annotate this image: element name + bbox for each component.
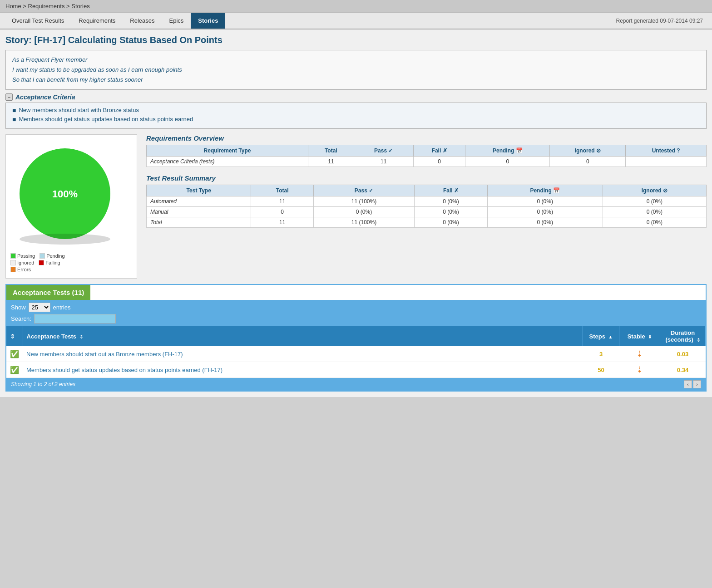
footer-nav: ‹ › — [684, 380, 701, 388]
at-col-tests[interactable]: Acceptance Tests ⇕ — [23, 326, 583, 346]
acceptance-criteria-label: Acceptance Criteria — [15, 93, 75, 101]
acceptance-tests-header: Acceptance Tests (11) — [6, 285, 706, 300]
req-row-1-pending: 0 — [465, 157, 550, 167]
trs-row-total-ignored: 0 (0%) — [603, 217, 706, 228]
nav-items: Overall Test Results Requirements Releas… — [5, 13, 225, 29]
pie-label: 100% — [52, 188, 78, 200]
table-footer: Showing 1 to 2 of 2 entries ‹ › — [6, 378, 706, 391]
trs-col-type: Test Type — [147, 185, 251, 196]
sort-arrows-tests: ⇕ — [79, 334, 83, 339]
trs-col-pass: Pass ✓ — [313, 185, 414, 196]
at-row-1-steps: 3 — [583, 346, 619, 362]
overview-container: 100% Passing Pending Ignored — [5, 134, 707, 279]
at-row-2: ✅ Members should get status updates base… — [6, 362, 706, 378]
trs-row-total: Total 11 11 (100%) 0 (0%) 0 (0%) 0 (0%) — [147, 217, 707, 228]
nav-requirements[interactable]: Requirements — [71, 13, 123, 29]
at-row-1-duration: 0.03 — [660, 346, 706, 362]
req-row-1-type: Acceptance Criteria (tests) — [147, 157, 308, 167]
toggle-button[interactable]: − — [5, 93, 13, 101]
trs-row-manual-pending: 0 (0%) — [487, 207, 603, 217]
show-row: Show 25 10 50 100 entries — [11, 303, 701, 312]
story-desc-line-1: As a Frequent Flyer member — [12, 55, 700, 65]
nav-overall-test-results[interactable]: Overall Test Results — [5, 13, 71, 29]
trs-row-manual-type: Manual — [147, 207, 251, 217]
at-col-sort[interactable]: ⇕ — [6, 326, 23, 346]
trs-row-automated-pass: 11 (100%) — [313, 196, 414, 207]
bullet-icon-1: ■ — [12, 107, 16, 114]
pie-chart: 100% — [10, 139, 119, 248]
tables-container: Requirements Overview Requirement Type T… — [146, 134, 707, 279]
at-col-steps[interactable]: Steps ▲ — [583, 326, 619, 346]
nav-epics[interactable]: Epics — [162, 13, 191, 29]
trs-row-total-total: 11 — [251, 217, 314, 228]
trs-row-total-pass: 11 (100%) — [313, 217, 414, 228]
trs-row-total-pending: 0 (0%) — [487, 217, 603, 228]
req-col-pass: Pass ✓ — [354, 145, 413, 157]
legend-row-3: Errors — [10, 267, 132, 272]
req-col-type: Requirement Type — [147, 145, 308, 157]
trs-row-total-fail: 0 (0%) — [415, 217, 488, 228]
req-col-fail: Fail ✗ — [413, 145, 465, 157]
legend-row-2: Ignored Failing — [10, 260, 132, 265]
breadcrumb: Home > Requirements > Stories — [0, 0, 712, 13]
report-generated: Report generated 09-07-2014 09:27 — [616, 13, 707, 29]
trs-row-total-type: Total — [147, 217, 251, 228]
acceptance-criteria-toggle: − Acceptance Criteria — [5, 93, 707, 101]
pie-chart-container: 100% Passing Pending Ignored — [5, 134, 137, 279]
show-entries-select[interactable]: 25 10 50 100 — [29, 303, 50, 312]
trs-row-automated: Automated 11 11 (100%) 0 (0%) 0 (0%) 0 (… — [147, 196, 707, 207]
at-row-2-link[interactable]: Members should get status updates based … — [26, 367, 222, 373]
req-col-untested: Untested ? — [626, 145, 707, 157]
story-description: As a Frequent Flyer member I want my sta… — [5, 50, 707, 90]
req-row-1-total: 11 — [308, 157, 354, 167]
legend-color-pending — [40, 253, 45, 259]
search-row: Search: — [11, 314, 701, 323]
nav-stories[interactable]: Stories — [191, 13, 225, 29]
legend-color-failing — [39, 260, 44, 265]
pass-icon-2: ✅ — [10, 366, 19, 374]
pie-legend: Passing Pending Ignored Failing — [10, 253, 132, 272]
sort-arrows-stable: ⇕ — [648, 334, 652, 339]
search-input[interactable] — [34, 314, 116, 323]
at-row-2-steps: 50 — [583, 362, 619, 378]
legend-pending: Pending — [40, 253, 64, 259]
footer-showing-text: Showing 1 to 2 of 2 entries — [11, 381, 75, 387]
trs-col-fail: Fail ✗ — [415, 185, 488, 196]
legend-errors: Errors — [10, 267, 31, 272]
at-row-1-stable: ⇣ — [619, 346, 660, 362]
prev-page-button[interactable]: ‹ — [684, 380, 692, 388]
next-page-button[interactable]: › — [693, 380, 701, 388]
trs-col-ignored: Ignored ⊘ — [603, 185, 706, 196]
acceptance-tests-section: Acceptance Tests (11) Show 25 10 50 100 … — [5, 284, 707, 392]
legend-color-ignored — [10, 260, 16, 265]
legend-color-errors — [10, 267, 16, 272]
story-desc-line-2: I want my status to be upgraded as soon … — [12, 65, 700, 75]
at-row-2-stable: ⇣ — [619, 362, 660, 378]
at-row-1: ✅ New members should start out as Bronze… — [6, 346, 706, 362]
at-row-2-text: Members should get status updates based … — [23, 362, 583, 378]
pass-icon-1: ✅ — [10, 350, 19, 358]
test-result-summary-title: Test Result Summary — [146, 174, 707, 182]
acceptance-tests-table: ⇕ Acceptance Tests ⇕ Steps ▲ Stable ⇕ D — [6, 326, 706, 378]
at-row-1-link[interactable]: New members should start out as Bronze m… — [26, 351, 183, 358]
main-content: Story: [FH-17] Calculating Status Based … — [0, 29, 712, 397]
nav-releases[interactable]: Releases — [123, 13, 162, 29]
req-row-1-fail: 0 — [413, 157, 465, 167]
at-col-duration[interactable]: Duration(seconds) ⇕ — [660, 326, 706, 346]
trs-col-pending: Pending 📅 — [487, 185, 603, 196]
legend-failing: Failing — [39, 260, 60, 265]
trs-row-automated-total: 11 — [251, 196, 314, 207]
at-row-1-text: New members should start out as Bronze m… — [23, 346, 583, 362]
story-desc-line-3: So that I can benefit from my higher sta… — [12, 75, 700, 85]
sort-arrows-steps: ▲ — [608, 334, 613, 339]
at-col-stable[interactable]: Stable ⇕ — [619, 326, 660, 346]
req-row-1-pass: 11 — [354, 157, 413, 167]
req-row-1: Acceptance Criteria (tests) 11 11 0 0 0 — [147, 157, 707, 167]
story-title: Story: [FH-17] Calculating Status Based … — [5, 35, 707, 45]
bullet-icon-2: ■ — [12, 116, 16, 123]
req-row-1-untested — [626, 157, 707, 167]
req-col-total: Total — [308, 145, 354, 157]
trs-row-manual-total: 0 — [251, 207, 314, 217]
at-row-2-status: ✅ — [6, 362, 23, 378]
legend-ignored: Ignored — [10, 260, 34, 265]
